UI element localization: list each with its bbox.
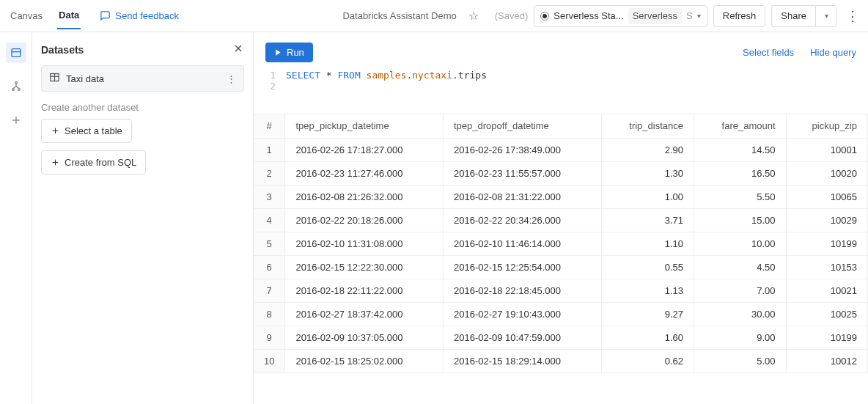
plus-icon	[51, 126, 60, 136]
datasets-panel: Datasets Taxi data ⋮ Create another data…	[32, 32, 254, 404]
table-row[interactable]: 102016-02-15 18:25:02.0002016-02-15 18:2…	[254, 349, 868, 372]
row-index: 5	[254, 232, 285, 255]
row-index: 2	[254, 161, 285, 185]
create-from-sql-button[interactable]: Create from SQL	[41, 150, 146, 175]
cell: 2016-02-23 11:55:57.000	[443, 161, 601, 185]
table-row[interactable]: 62016-02-15 12:22:30.0002016-02-15 12:25…	[254, 255, 868, 279]
cell: 4.50	[694, 255, 786, 279]
results-table-wrap[interactable]: #tpep_pickup_datetimetpep_dropoff_dateti…	[254, 114, 868, 404]
overflow-menu-button[interactable]: ⋮	[846, 8, 859, 24]
cell: 2016-02-10 11:31:08.000	[285, 232, 444, 255]
results-table: #tpep_pickup_datetimetpep_dropoff_dateti…	[254, 114, 868, 373]
cell: 7.00	[694, 279, 786, 302]
dataset-item[interactable]: Taxi data ⋮	[41, 65, 244, 92]
cell: 10001	[786, 138, 867, 161]
cell: 2016-02-15 12:22:30.000	[285, 255, 444, 279]
plus-icon	[51, 158, 60, 167]
cell: 10153	[786, 255, 867, 279]
cell: 9.27	[601, 302, 694, 326]
cell: 2016-02-22 20:34:26.000	[443, 208, 601, 232]
dataset-name: Taxi data	[66, 73, 104, 84]
cluster-selector[interactable]: Serverless Sta... Serverless S ▾	[534, 5, 707, 27]
cell: 0.62	[601, 349, 694, 372]
select-table-label: Select a table	[65, 125, 122, 136]
rail-datasets-button[interactable]	[6, 43, 26, 63]
tab-data[interactable]: Data	[57, 2, 81, 29]
cell: 9.00	[694, 326, 786, 349]
rail-schema-button[interactable]	[6, 76, 26, 97]
sql-keyword: FROM	[337, 70, 360, 81]
close-panel-button[interactable]	[232, 41, 244, 58]
cell: 10199	[786, 232, 867, 255]
row-index: 3	[254, 185, 285, 208]
table-row[interactable]: 32016-02-08 21:26:32.0002016-02-08 21:31…	[254, 185, 868, 208]
svg-point-3	[12, 89, 14, 91]
cell: 2016-02-26 17:38:49.000	[443, 138, 601, 161]
save-status: (Saved)	[495, 10, 529, 21]
col-header[interactable]: pickup_zip	[786, 114, 867, 138]
share-dropdown-button[interactable]: ▾	[815, 5, 837, 27]
cell: 1.13	[601, 279, 694, 302]
table-row[interactable]: 82016-02-27 18:37:42.0002016-02-27 19:10…	[254, 302, 868, 326]
table-row[interactable]: 72016-02-18 22:11:22.0002016-02-18 22:18…	[254, 279, 868, 302]
rail-add-button[interactable]	[6, 110, 26, 131]
cell: 3.71	[601, 208, 694, 232]
col-header[interactable]: tpep_pickup_datetime	[285, 114, 444, 138]
cell: 0.55	[601, 255, 694, 279]
col-header[interactable]: trip_distance	[601, 114, 694, 138]
cell: 10065	[786, 185, 867, 208]
run-label: Run	[287, 47, 304, 58]
send-feedback-link[interactable]: Send feedback	[100, 10, 179, 21]
cell: 16.50	[694, 161, 786, 185]
close-icon	[232, 43, 244, 54]
cell: 10012	[786, 349, 867, 372]
cell: 10029	[786, 208, 867, 232]
svg-point-2	[15, 81, 17, 84]
select-fields-link[interactable]: Select fields	[743, 47, 794, 58]
cluster-primary-label: Serverless Sta...	[553, 10, 623, 21]
select-table-button[interactable]: Select a table	[41, 119, 132, 143]
share-button[interactable]: Share	[771, 5, 815, 27]
col-header[interactable]: fare_amount	[694, 114, 786, 138]
left-rail	[0, 32, 32, 404]
table-row[interactable]: 42016-02-22 20:18:26.0002016-02-22 20:34…	[254, 208, 868, 232]
notebook-title[interactable]: Databricks Assistant Demo	[342, 10, 456, 21]
table-row[interactable]: 12016-02-26 17:18:27.0002016-02-26 17:38…	[254, 138, 868, 161]
cell: 2016-02-08 21:26:32.000	[285, 185, 444, 208]
list-icon	[10, 47, 22, 59]
row-index: 8	[254, 302, 285, 326]
cell: 1.10	[601, 232, 694, 255]
view-tabs: Canvas Data	[9, 2, 81, 29]
query-area: Run Select fields Hide query 1 SELECT * …	[254, 32, 868, 96]
sql-table: trips	[458, 70, 487, 81]
table-icon	[49, 72, 60, 85]
cell: 1.60	[601, 326, 694, 349]
cell: 10025	[786, 302, 867, 326]
send-feedback-label: Send feedback	[115, 10, 179, 21]
create-dataset-label: Create another dataset	[41, 102, 244, 113]
tab-canvas[interactable]: Canvas	[9, 3, 44, 29]
col-header[interactable]: tpep_dropoff_datetime	[443, 114, 601, 138]
run-button[interactable]: Run	[265, 43, 313, 62]
table-row[interactable]: 92016-02-09 10:37:05.0002016-02-09 10:47…	[254, 326, 868, 349]
table-row[interactable]: 22016-02-23 11:27:46.0002016-02-23 11:55…	[254, 161, 868, 185]
refresh-button[interactable]: Refresh	[713, 5, 766, 27]
cell: 2016-02-09 10:37:05.000	[285, 326, 444, 349]
cluster-tag: Serverless	[628, 8, 682, 24]
topbar: Canvas Data Send feedback Databricks Ass…	[0, 0, 868, 32]
col-index-header[interactable]: #	[254, 114, 285, 138]
table-row[interactable]: 52016-02-10 11:31:08.0002016-02-10 11:46…	[254, 232, 868, 255]
cell: 5.50	[694, 185, 786, 208]
cell: 1.00	[601, 185, 694, 208]
cell: 10021	[786, 279, 867, 302]
row-index: 4	[254, 208, 285, 232]
star-icon[interactable]: ☆	[468, 9, 479, 23]
cell: 10.00	[694, 232, 786, 255]
svg-rect-0	[12, 49, 21, 57]
sql-star: *	[326, 70, 332, 81]
line-number: 2	[265, 81, 286, 92]
dataset-more-button[interactable]: ⋮	[227, 73, 236, 84]
sql-editor[interactable]: 1 SELECT * FROM samples.nyctaxi.trips 2	[265, 70, 856, 92]
cell: 2016-02-09 10:47:59.000	[443, 326, 601, 349]
hide-query-link[interactable]: Hide query	[810, 47, 856, 58]
